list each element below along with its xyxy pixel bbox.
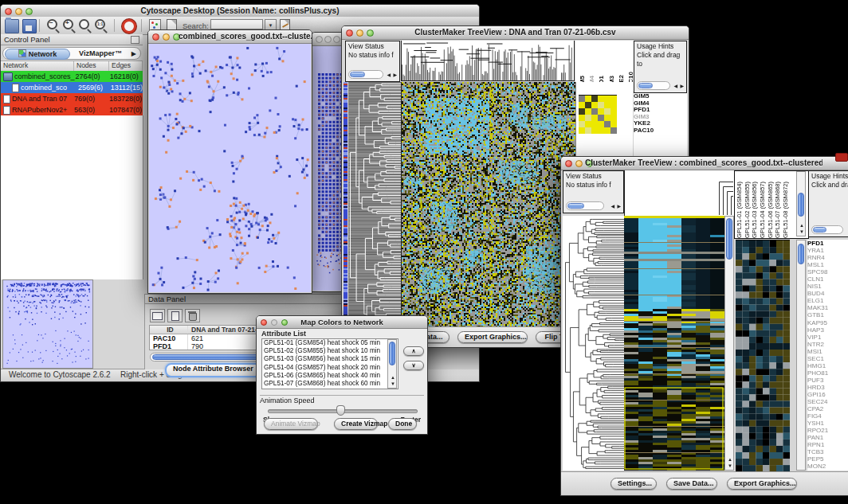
heatmap-canvas[interactable] bbox=[624, 216, 724, 471]
tab-overflow-icon[interactable]: ▶ bbox=[132, 50, 136, 57]
column-labels-scrollbar[interactable]: ▲ ▼ bbox=[796, 171, 806, 236]
gene-label[interactable]: PFD1 bbox=[807, 240, 848, 247]
close-button[interactable] bbox=[565, 160, 572, 167]
close-button[interactable] bbox=[152, 33, 159, 41]
column-label[interactable]: GPL51-02 (GSM855) bbox=[744, 182, 752, 238]
search-input[interactable] bbox=[210, 19, 263, 29]
close-button[interactable] bbox=[316, 36, 323, 43]
treeview-dna-titlebar[interactable]: ClusterMaker TreeView : DNA and Tran 07-… bbox=[342, 26, 689, 40]
new-attribute-icon[interactable] bbox=[167, 309, 183, 322]
gene-label[interactable]: RPN1 bbox=[807, 441, 848, 448]
attribute-item[interactable]: GPL51-02 (GSM855) heat shock 10 min bbox=[262, 347, 398, 355]
scroll-right-icon[interactable]: ▶ bbox=[617, 204, 621, 209]
mini-heatmap[interactable] bbox=[579, 95, 617, 134]
attribute-item[interactable]: GPL51-03 (GSM856) heat shock 15 min bbox=[262, 355, 398, 363]
scroll-left-icon[interactable]: ◀ bbox=[387, 72, 391, 77]
column-label[interactable]: GPL51-08 (GSM872) bbox=[783, 182, 790, 238]
column-label[interactable]: GPL51-03 (GSM856) bbox=[752, 182, 759, 238]
column-label[interactable]: GPL51-06 (GSM865) bbox=[768, 182, 775, 238]
gene-label[interactable]: FIG4 bbox=[807, 412, 848, 420]
gene-label[interactable]: HMG1 bbox=[807, 362, 848, 369]
gene-label[interactable]: YSH1 bbox=[807, 420, 848, 427]
network-overview-thumbnail[interactable] bbox=[2, 279, 93, 369]
gene-label[interactable]: SEC1 bbox=[807, 355, 848, 362]
gene-label[interactable]: NIS1 bbox=[807, 283, 848, 290]
gene-label[interactable]: YRA1 bbox=[807, 247, 848, 254]
save-data-button[interactable]: Save Data... bbox=[666, 478, 717, 490]
attribute-list-scrollbar[interactable]: ▲ ▼ bbox=[387, 339, 397, 389]
gene-label[interactable]: MSI1 bbox=[807, 348, 848, 355]
map-dialog-titlebar[interactable]: Map Colors to Network bbox=[257, 316, 427, 329]
attribute-scroll-thumb[interactable] bbox=[389, 342, 395, 365]
global-pixel-strip[interactable] bbox=[344, 82, 347, 327]
scroll-down-icon[interactable]: ▼ bbox=[391, 381, 395, 386]
zoom-in-icon[interactable]: + bbox=[63, 19, 73, 29]
scroll-up-icon[interactable]: ▲ bbox=[391, 375, 395, 380]
table-select-icon[interactable] bbox=[150, 309, 165, 322]
open-file-icon[interactable] bbox=[5, 19, 19, 33]
gene-list-scrollbar[interactable] bbox=[796, 240, 806, 471]
column-label[interactable]: GPL51-07 (GSM868) bbox=[775, 182, 782, 238]
save-icon[interactable] bbox=[22, 19, 37, 33]
zoom-button[interactable] bbox=[333, 36, 340, 43]
scroll-right-icon[interactable]: ▶ bbox=[393, 72, 397, 77]
heatmap-vscrollbar[interactable]: ▲ ▼ bbox=[724, 216, 734, 471]
gene-label[interactable]: SEC24 bbox=[807, 398, 848, 405]
zoom-actual-icon[interactable]: 1:1 bbox=[95, 19, 105, 29]
attribute-item[interactable]: GPL51-07 (GSM868) heat shock 60 min bbox=[262, 380, 398, 388]
scroll-down-icon[interactable]: ▼ bbox=[799, 229, 804, 234]
hidden-window-close-button[interactable] bbox=[835, 153, 848, 162]
network-table-row[interactable]: combined_sco 2569(6) 13112(15) bbox=[1, 82, 143, 93]
gene-label[interactable]: SPC98 bbox=[807, 268, 848, 275]
slider-thumb[interactable] bbox=[336, 405, 345, 416]
network-graph-canvas[interactable] bbox=[149, 44, 311, 292]
column-label[interactable]: GPL51-04 (GSM857) bbox=[760, 182, 767, 238]
network-table-row[interactable]: DNA and Tran 07 769(0) 183728(0) bbox=[1, 93, 143, 104]
export-graphics-button[interactable]: Export Graphics... bbox=[727, 478, 797, 490]
gene-label[interactable]: PAN1 bbox=[807, 434, 848, 441]
scroll-up-icon[interactable]: ▲ bbox=[728, 457, 732, 462]
view-status-scrollbar[interactable] bbox=[566, 201, 604, 210]
gene-label[interactable]: MSL1 bbox=[807, 261, 848, 268]
move-down-button[interactable]: ∨ bbox=[403, 361, 424, 370]
create-vizmap-button[interactable]: Create Vizmap bbox=[334, 418, 378, 430]
network-window-2-titlebar[interactable] bbox=[312, 33, 345, 46]
zoom-fit-icon[interactable] bbox=[79, 19, 89, 29]
attribute-item[interactable]: GPL51-04 (GSM857) heat shock 20 min bbox=[262, 364, 398, 372]
gene-label[interactable]: HAP3 bbox=[807, 326, 848, 334]
usage-hints-scrollbar[interactable] bbox=[637, 81, 670, 90]
export-graphics-button[interactable]: Export Graphics... bbox=[457, 331, 528, 343]
gene-label[interactable]: RNR4 bbox=[807, 254, 848, 261]
gene-label[interactable]: PHO81 bbox=[807, 369, 848, 377]
gene-label[interactable]: BUD4 bbox=[807, 290, 848, 297]
row-dendrogram-canvas[interactable] bbox=[348, 82, 401, 327]
attribute-item[interactable]: GPL51-06 (GSM865) heat shock 40 min bbox=[262, 372, 398, 380]
network-table-row[interactable]: RNAPuberNov2+ 563(0) 107847(0) bbox=[1, 104, 143, 115]
done-button[interactable]: Done bbox=[388, 418, 417, 430]
animate-vizmap-button[interactable]: Animate Vizmap bbox=[264, 418, 318, 430]
float-panel-icon[interactable] bbox=[131, 36, 139, 44]
id-column-header[interactable]: ID bbox=[150, 326, 188, 334]
scroll-down-icon[interactable]: ▼ bbox=[728, 463, 732, 468]
usage-hints-scrollbar[interactable] bbox=[811, 225, 843, 234]
gene-label[interactable]: CPA2 bbox=[807, 405, 848, 412]
scroll-thumb[interactable] bbox=[726, 218, 732, 260]
zoom-out-icon[interactable]: − bbox=[47, 19, 57, 29]
help-lifering-icon[interactable] bbox=[122, 19, 136, 33]
heatmap-canvas[interactable] bbox=[401, 82, 575, 327]
gene-label[interactable]: RPO21 bbox=[807, 427, 848, 434]
gene-label[interactable]: PEP5 bbox=[807, 455, 848, 463]
network-view-titlebar[interactable]: combined_scores_good.txt--cluste... bbox=[148, 30, 312, 44]
delete-attribute-icon[interactable] bbox=[185, 309, 200, 322]
minimize-button[interactable] bbox=[163, 33, 170, 41]
gene-label[interactable]: CLN1 bbox=[807, 275, 848, 283]
gene-label[interactable]: VIP1 bbox=[807, 334, 848, 341]
minimize-button[interactable] bbox=[324, 36, 332, 43]
treeview-combined-titlebar[interactable]: ClusterMaker TreeView : combined_scores_… bbox=[561, 157, 848, 170]
gene-label[interactable]: TCB3 bbox=[807, 448, 848, 455]
gene-label[interactable]: PUF3 bbox=[807, 377, 848, 384]
zoom-heatmap-canvas[interactable] bbox=[736, 240, 790, 471]
attribute-item[interactable]: GPL51-01 (GSM854) heat shock 05 min bbox=[262, 339, 398, 347]
scroll-up-icon[interactable]: ▲ bbox=[799, 223, 804, 228]
scroll-right-icon[interactable]: ▶ bbox=[680, 84, 684, 88]
